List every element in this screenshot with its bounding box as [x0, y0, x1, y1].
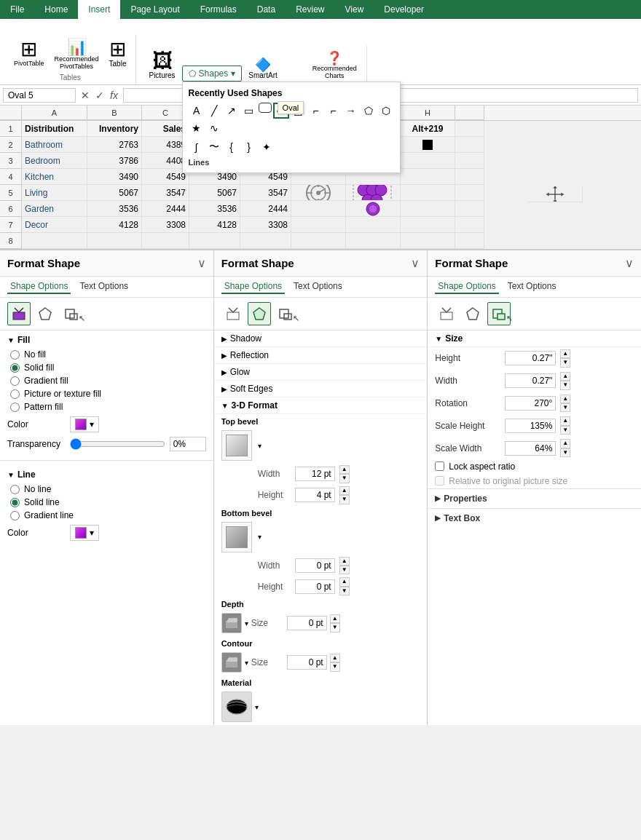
- row-num-3[interactable]: 3: [0, 153, 22, 169]
- cell-G8[interactable]: [346, 233, 401, 249]
- contour-size-input[interactable]: [287, 655, 327, 670]
- cancel-icon[interactable]: ✕: [79, 89, 92, 102]
- tab-view[interactable]: View: [335, 0, 374, 19]
- cell-B5[interactable]: 5067: [87, 185, 142, 201]
- shapes-dropdown[interactable]: ⬠ Shapes ▾ Recently Used Shapes A ╱ ↗ ▭: [182, 66, 243, 82]
- cell-H5[interactable]: [401, 185, 455, 201]
- cell-B2[interactable]: 2763: [87, 137, 142, 153]
- gradient-fill-radio[interactable]: [10, 376, 20, 386]
- cell-B3[interactable]: 3786: [87, 153, 142, 169]
- shape-wave-icon[interactable]: 〜: [206, 139, 222, 155]
- cell-F6[interactable]: [291, 201, 346, 217]
- width-input[interactable]: [505, 373, 556, 388]
- textbox-section[interactable]: ▶ Text Box: [428, 508, 641, 528]
- cell-A7[interactable]: Decor: [22, 217, 87, 233]
- cell-A5[interactable]: Living: [22, 185, 87, 201]
- cell-H8[interactable]: [401, 233, 455, 249]
- grape-shape[interactable]: [355, 185, 391, 201]
- cell-G7[interactable]: [346, 217, 401, 233]
- shape-brace-close-icon[interactable]: }: [241, 139, 257, 155]
- bottom-bevel-width-input[interactable]: [295, 558, 335, 573]
- cell-D8[interactable]: [189, 233, 240, 249]
- depth-size-spin[interactable]: ▲▼: [330, 614, 340, 633]
- cell-C6[interactable]: 2444: [142, 201, 189, 217]
- cell-H1[interactable]: Alt+219: [401, 121, 455, 137]
- cell-B4[interactable]: 3490: [87, 169, 142, 185]
- tab-home[interactable]: Home: [34, 0, 78, 19]
- cell-D5[interactable]: 5067: [189, 185, 240, 201]
- transparency-input[interactable]: [170, 437, 206, 451]
- contour-color-button[interactable]: [221, 652, 242, 673]
- no-fill-radio[interactable]: [10, 350, 20, 360]
- top-bevel-dropdown-icon[interactable]: ▾: [258, 442, 261, 450]
- cell-A4[interactable]: Kitchen: [22, 169, 87, 185]
- cell-D6[interactable]: 3536: [189, 201, 240, 217]
- shape-arrow-icon[interactable]: ↗: [224, 103, 240, 119]
- top-bevel-height-spin[interactable]: ▲▼: [339, 486, 350, 504]
- size-section-header[interactable]: ▼ Size: [428, 330, 641, 347]
- cell-A1[interactable]: Distribution: [22, 121, 87, 137]
- solid-line-radio[interactable]: [10, 498, 20, 507]
- cell-F7[interactable]: [291, 217, 346, 233]
- pictures-button[interactable]: 🖼 Pictures: [145, 49, 178, 82]
- shape-pentagon-icon[interactable]: ⬠: [361, 103, 377, 119]
- glow-section[interactable]: ▶ Glow: [214, 364, 428, 381]
- cell-A3[interactable]: Bedroom: [22, 153, 87, 169]
- panel-2-effects-icon[interactable]: [248, 302, 271, 325]
- row-num-2[interactable]: 2: [0, 137, 22, 153]
- row-num-4[interactable]: 4: [0, 169, 22, 185]
- relative-original-checkbox[interactable]: [435, 476, 444, 486]
- recommended-charts-button[interactable]: ❓ RecommendedCharts: [309, 49, 361, 82]
- shape-brace-open-icon[interactable]: {: [224, 139, 240, 155]
- row-num-8[interactable]: 8: [0, 233, 22, 249]
- row-num-1[interactable]: 1: [0, 121, 22, 137]
- rotation-input[interactable]: [505, 396, 556, 411]
- shape-star2-icon[interactable]: ✦: [259, 139, 275, 155]
- depth-color-button[interactable]: [221, 613, 242, 633]
- fill-section-header[interactable]: ▼ Fill: [7, 335, 206, 345]
- properties-section[interactable]: ▶ Properties: [428, 488, 641, 508]
- shape-corner-icon[interactable]: ⌐: [326, 103, 342, 119]
- fx-icon[interactable]: fx: [108, 89, 120, 102]
- bottom-bevel-dropdown-icon[interactable]: ▾: [258, 533, 261, 541]
- confirm-icon[interactable]: ✓: [93, 89, 106, 102]
- no-fill-option[interactable]: No fill: [10, 349, 206, 360]
- cell-H6[interactable]: [401, 201, 455, 217]
- panel-3-fill-icon[interactable]: [435, 302, 458, 325]
- shape-rect-icon[interactable]: ▭: [241, 103, 257, 119]
- depth-dropdown-icon[interactable]: ▾: [245, 619, 248, 627]
- scale-height-input[interactable]: [505, 419, 556, 433]
- panel-3-collapse-icon[interactable]: ∨: [625, 256, 634, 270]
- shape-rounded-rect-icon[interactable]: [259, 103, 272, 113]
- soft-edges-section[interactable]: ▶ Soft Edges: [214, 381, 428, 397]
- tab-insert[interactable]: Insert: [78, 0, 120, 19]
- bottom-bevel-height-spin[interactable]: ▲▼: [339, 577, 350, 595]
- tab-formulas[interactable]: Formulas: [190, 0, 247, 19]
- rotation-spin[interactable]: ▲▼: [560, 395, 570, 413]
- cell-D7[interactable]: 4128: [189, 217, 240, 233]
- top-bevel-width-spin[interactable]: ▲▼: [339, 465, 350, 483]
- cell-B6[interactable]: 3536: [87, 201, 142, 217]
- pattern-fill-radio[interactable]: [10, 403, 20, 412]
- recommended-pivottables-button[interactable]: 📊 RecommendedPivotTables: [51, 37, 103, 72]
- bottom-bevel-selector[interactable]: [221, 522, 252, 552]
- bottom-bevel-width-spin[interactable]: ▲▼: [339, 557, 350, 575]
- row-num-7[interactable]: 7: [0, 217, 22, 233]
- tab-developer[interactable]: Developer: [374, 0, 434, 19]
- material-button[interactable]: [221, 692, 252, 722]
- panel-1-effects-icon[interactable]: [34, 302, 57, 325]
- cell-E8[interactable]: [240, 233, 291, 249]
- gauge-shape[interactable]: [304, 185, 333, 201]
- cell-G5[interactable]: [346, 185, 401, 201]
- picture-fill-radio[interactable]: [10, 389, 20, 399]
- solid-fill-option[interactable]: Solid fill: [10, 362, 206, 373]
- contour-dropdown-icon[interactable]: ▾: [245, 659, 248, 667]
- gradient-line-radio[interactable]: [10, 511, 20, 520]
- cell-G5-move[interactable]: [528, 186, 583, 202]
- height-spin[interactable]: ▲▼: [560, 349, 570, 368]
- cell-E5[interactable]: 3547: [240, 185, 291, 201]
- solid-line-option[interactable]: Solid line: [10, 497, 206, 507]
- panel-2-fill-icon[interactable]: [221, 302, 245, 325]
- panel-1-collapse-icon[interactable]: ∨: [197, 256, 206, 270]
- cell-H3[interactable]: [401, 153, 455, 169]
